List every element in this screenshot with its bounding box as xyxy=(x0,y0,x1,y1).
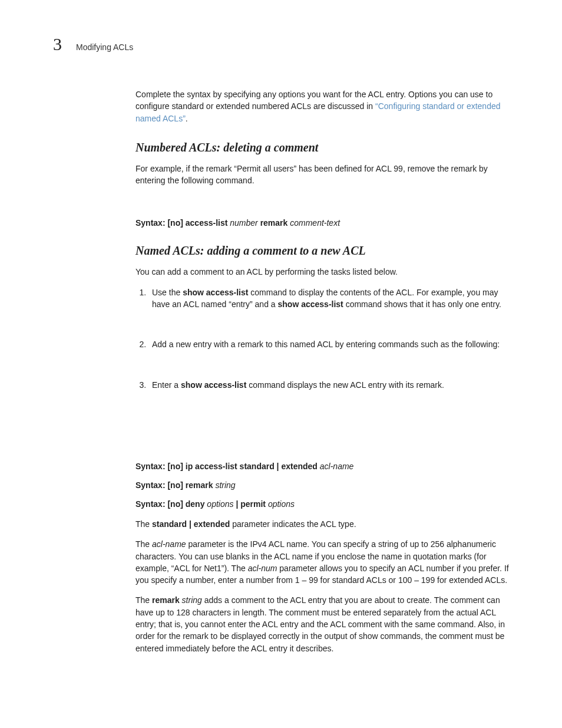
step3-t1: Enter a xyxy=(152,380,181,390)
explain-p3: The remark string adds a comment to the … xyxy=(135,594,515,654)
section-heading-named-acls: Named ACLs: adding a comment to a new AC… xyxy=(135,244,515,258)
step3-t2: command displays the new ACL entry with … xyxy=(246,380,444,390)
p1-b1: standard | extended xyxy=(152,519,230,529)
step1-t1: Use the xyxy=(152,288,183,297)
syntax-line-3: Syntax: [no] remark string xyxy=(135,480,515,490)
syntax-prefix: Syntax: [no] access-list xyxy=(135,218,230,228)
p3-b1: remark xyxy=(152,595,182,605)
syntax-line-4: Syntax: [no] deny options | permit optio… xyxy=(135,499,515,509)
syntax-arg-number: number xyxy=(230,218,257,228)
section1-paragraph: For example, if the remark “Permit all u… xyxy=(135,163,515,187)
explain-p2: The acl-name parameter is the IPv4 ACL n… xyxy=(135,538,515,586)
page-container: 3 Modifying ACLs Complete the syntax by … xyxy=(0,0,562,728)
chapter-number: 3 xyxy=(53,35,62,53)
page-header: 3 Modifying ACLs xyxy=(53,35,515,53)
section-heading-numbered-acls: Numbered ACLs: deleting a comment xyxy=(135,141,515,154)
step-2: Add a new entry with a remark to this na… xyxy=(148,338,515,350)
steps-list: Use the show access-list command to disp… xyxy=(135,286,515,391)
step-1: Use the show access-list command to disp… xyxy=(148,286,515,311)
p3-t1: The xyxy=(135,595,152,605)
syntax4-b2: | permit xyxy=(234,499,268,509)
content-body: Complete the syntax by specifying any op… xyxy=(135,88,515,654)
p2-t1: The xyxy=(135,539,152,549)
syntax3-b: Syntax: [no] remark xyxy=(135,480,215,490)
p2-i2: acl-num xyxy=(248,564,277,573)
syntax-line-2: Syntax: [no] ip access-list standard | e… xyxy=(135,462,515,471)
syntax-mid: remark xyxy=(258,218,290,228)
syntax3-i: string xyxy=(215,480,235,490)
step3-b1: show access-list xyxy=(181,380,246,390)
spacer xyxy=(135,195,515,218)
p2-i1: acl-name xyxy=(152,539,186,549)
syntax2-i: acl-name xyxy=(320,462,354,471)
intro-paragraph: Complete the syntax by specifying any op… xyxy=(135,88,515,124)
syntax4-b1: Syntax: [no] deny xyxy=(135,499,207,509)
step1-t3: command shows that it has only one entry… xyxy=(343,299,501,309)
explain-p1: The standard | extended parameter indica… xyxy=(135,518,515,530)
section2-intro: You can add a comment to an ACL by perfo… xyxy=(135,266,515,278)
syntax-line-1: Syntax: [no] access-list number remark c… xyxy=(135,218,515,228)
p1-t2: parameter indicates the ACL type. xyxy=(230,519,356,529)
syntax4-i2: options xyxy=(268,499,295,509)
page-title: Modifying ACLs xyxy=(76,42,133,52)
step1-b1: show access-list xyxy=(183,288,248,297)
p1-t1: The xyxy=(135,519,152,529)
step-3: Enter a show access-list command display… xyxy=(148,379,515,391)
syntax-arg-comment: comment-text xyxy=(290,218,340,228)
p3-i1: string xyxy=(182,595,202,605)
syntax2-b: Syntax: [no] ip access-list standard | e… xyxy=(135,462,320,471)
step1-b2: show access-list xyxy=(278,299,343,309)
syntax4-i1: options xyxy=(207,499,233,509)
intro-text-after: . xyxy=(186,114,188,123)
